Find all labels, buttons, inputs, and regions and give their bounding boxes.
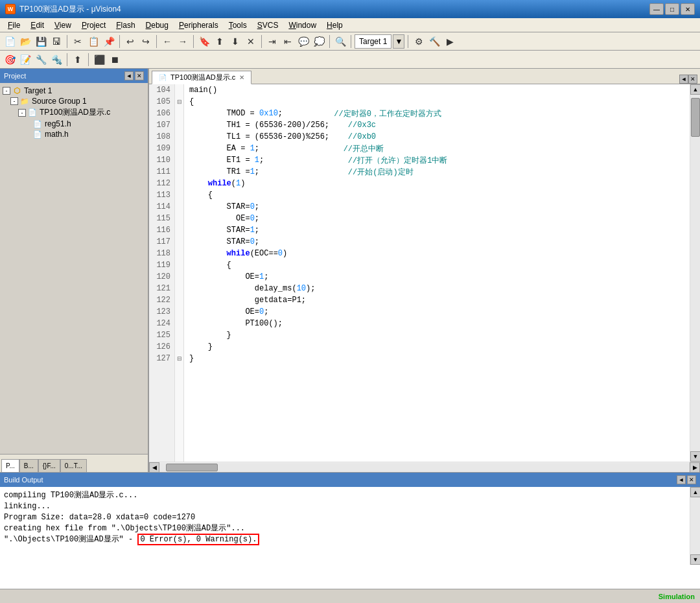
outdent-button[interactable]: ⇤ [281,34,295,49]
header-icon-reg51: 📄 [32,119,43,128]
build-line-4: creating hex file from ".\Objects\TP100测… [4,523,696,534]
paste-button[interactable]: 📌 [102,34,116,49]
menu-edit[interactable]: Edit [25,19,49,31]
clear-bookmarks-button[interactable]: ✕ [244,34,258,49]
forward-button[interactable]: → [176,34,190,49]
editor-close-button[interactable]: ✕ [688,75,697,84]
menu-project[interactable]: Project [76,19,111,31]
close-button[interactable]: ✕ [681,3,695,15]
header-icon-math: 📄 [32,130,43,139]
scroll-left-button[interactable]: ◀ [149,462,159,473]
save-button[interactable]: 💾 [34,34,48,49]
run-button[interactable]: ▶ [443,34,457,49]
menu-window[interactable]: Window [283,19,321,31]
save-all-button[interactable]: 🖫 [49,34,64,49]
menu-debug[interactable]: Debug [141,19,174,31]
target-dropdown[interactable]: ▼ [393,34,404,49]
build-all-button[interactable]: ⬛ [92,53,106,67]
back-button[interactable]: ← [160,34,174,49]
build-button[interactable]: 🔨 [427,34,441,49]
expand-target1[interactable]: - [3,87,10,95]
vertical-scrollbar[interactable]: ▲ ▼ [690,84,700,462]
proj-tab-b[interactable]: B... [19,459,38,472]
build-scroll-down[interactable]: ▼ [690,554,700,565]
source-options-button[interactable]: 📝 [18,53,32,67]
scroll-thumb[interactable] [691,98,700,137]
code-line-119: { [189,259,684,271]
stop-build-button[interactable]: ⏹ [108,53,122,67]
code-area[interactable]: main() { TMOD = 0x10; //定时器0，工作在定时器方式 TH… [184,84,690,462]
horizontal-scrollbar[interactable]: ◀ ▶ [149,462,700,472]
menu-svcs[interactable]: SVCS [252,19,284,31]
tool2-button[interactable]: 🔩 [49,53,64,67]
scroll-down-button[interactable]: ▼ [690,451,700,462]
redo-button[interactable]: ↪ [139,34,153,49]
expand-105[interactable]: ⊟ [175,96,183,108]
project-panel-header: Project ◄ ✕ [0,69,148,83]
expand-127[interactable]: ⊟ [175,353,183,364]
menu-help[interactable]: Help [321,19,348,31]
uncomment-button[interactable]: 💭 [312,34,326,49]
copy-button[interactable]: 📋 [86,34,100,49]
open-file-button[interactable]: 📂 [18,34,32,49]
menu-view[interactable]: View [49,19,76,31]
line-num-124: 124 [149,318,174,329]
expand-source-group[interactable]: - [10,97,18,105]
menu-flash[interactable]: Flash [111,19,140,31]
options-button[interactable]: ⚙ [412,34,426,49]
build-scrollbar[interactable]: ▲ ▼ [690,487,700,565]
scroll-up-button[interactable]: ▲ [690,84,700,95]
prev-bookmark-button[interactable]: ⬆ [213,34,227,49]
build-scroll-track[interactable] [690,497,700,554]
expand-column: ⊟ [175,84,184,462]
h-scroll-thumb[interactable] [166,464,218,471]
simulation-status: Simulation [659,593,695,600]
new-file-button[interactable]: 📄 [3,34,17,49]
minimize-button[interactable]: — [649,3,664,15]
proj-tab-p[interactable]: P... [1,459,19,472]
tool1-button[interactable]: 🔧 [34,53,48,67]
sep4 [193,35,194,48]
code-line-106: TMOD = 0x10; //定时器0，工作在定时器方式 [189,108,684,119]
menu-tools[interactable]: Tools [224,19,252,31]
tree-item-source-group[interactable]: - 📁 Source Group 1 [0,96,148,106]
proj-tab-f[interactable]: {}F... [38,459,60,472]
panel-close-button[interactable]: ✕ [135,71,144,80]
load-button[interactable]: ⬆ [71,53,85,67]
menu-peripherals[interactable]: Peripherals [174,19,224,31]
target-options-button[interactable]: 🎯 [3,53,17,67]
tree-item-math[interactable]: 📄 math.h [0,129,148,139]
h-scroll-track[interactable] [159,463,690,472]
editor-tab-tp100[interactable]: 📄 TP100测温AD显示.c ✕ [152,71,251,84]
expand-tp100[interactable]: - [18,109,26,117]
toolbar-debug: 🎯 📝 🔧 🔩 ⬆ ⬛ ⏹ [0,51,700,69]
maximize-button[interactable]: □ [665,3,679,15]
tab-close-button[interactable]: ✕ [239,74,244,81]
proj-tab-t[interactable]: 0...T... [60,459,87,472]
code-line-109: EA = 1; //开总中断 [189,143,684,154]
undo-button[interactable]: ↩ [123,34,137,49]
next-bookmark-button[interactable]: ⬇ [228,34,242,49]
line-num-123: 123 [149,306,174,318]
editor-pin-button[interactable]: ◄ [679,75,688,84]
tree-item-tp100[interactable]: - 📄 TP100测温AD显示.c [0,106,148,119]
scroll-track[interactable] [690,95,700,451]
build-pin-button[interactable]: ◄ [677,475,686,484]
search-button[interactable]: 🔍 [333,34,347,49]
cut-button[interactable]: ✂ [71,34,85,49]
menu-file[interactable]: File [3,19,25,31]
line-num-104: 104 [149,84,174,96]
project-tree: - ⬡ Target 1 - 📁 Source Group 1 - 📄 TP10… [0,83,148,454]
tree-item-reg51[interactable]: 📄 reg51.h [0,119,148,129]
scroll-right-button[interactable]: ▶ [690,462,700,473]
indent-button[interactable]: ⇥ [265,34,279,49]
build-scroll-up[interactable]: ▲ [690,487,700,497]
panel-pin-button[interactable]: ◄ [124,71,134,80]
title-bar: W TP100测温AD显示 - μVision4 — □ ✕ [0,0,700,18]
bookmark-button[interactable]: 🔖 [197,34,211,49]
editor-panel: 📄 TP100测温AD显示.c ✕ ◄ ✕ 104 105 106 107 [149,69,700,472]
build-close-button[interactable]: ✕ [687,475,696,484]
build-header-buttons: ◄ ✕ [677,475,696,484]
comment-button[interactable]: 💬 [296,34,310,49]
tree-item-target1[interactable]: - ⬡ Target 1 [0,86,148,96]
